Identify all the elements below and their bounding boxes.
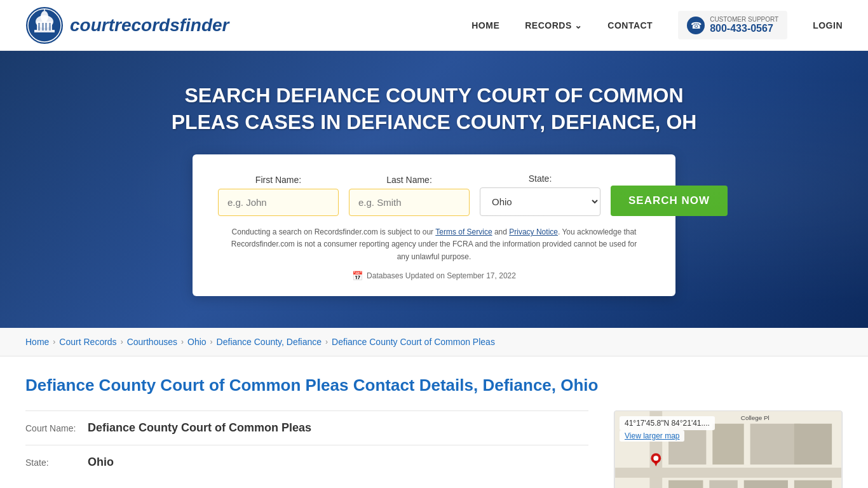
svg-rect-20: [744, 480, 788, 488]
logo-text: courtrecordsfinder: [70, 15, 229, 36]
map-panel: College Pl 41°17'45.8"N 84°21'41.... Vie…: [614, 410, 843, 488]
breadcrumb-courthouses[interactable]: Courthouses: [127, 337, 177, 347]
court-name-label: Court Name:: [25, 423, 83, 433]
svg-rect-7: [38, 23, 40, 30]
info-panel: Court Name: Defiance County Court of Com…: [25, 410, 588, 488]
state-label: State:: [480, 173, 600, 184]
content-grid: Court Name: Defiance County Court of Com…: [25, 410, 843, 488]
support-area[interactable]: ☎ CUSTOMER SUPPORT 800-433-0567: [678, 11, 787, 39]
svg-rect-9: [45, 23, 47, 30]
breadcrumb-sep-3: ›: [181, 337, 184, 346]
nav-records[interactable]: RECORDS ⌄: [525, 20, 582, 30]
map-coords: 41°17'45.8"N 84°21'41....: [620, 416, 715, 430]
first-name-group: First Name:: [218, 175, 339, 216]
main-nav: HOME RECORDS ⌄ CONTACT ☎ CUSTOMER SUPPOR…: [471, 11, 843, 39]
svg-rect-14: [615, 468, 841, 478]
breadcrumb-sep-1: ›: [53, 337, 55, 346]
svg-point-5: [41, 11, 48, 22]
chevron-down-icon: ⌄: [574, 20, 583, 30]
site-header: courtrecordsfinder HOME RECORDS ⌄ CONTAC…: [0, 0, 868, 51]
support-label: CUSTOMER SUPPORT: [710, 16, 778, 23]
db-updated: 📅 Databases Updated on September 17, 202…: [218, 271, 650, 281]
svg-point-26: [653, 456, 658, 461]
nav-contact[interactable]: CONTACT: [607, 20, 653, 30]
svg-rect-17: [750, 424, 801, 464]
support-phone: 800-433-0567: [710, 23, 778, 34]
court-name-row: Court Name: Defiance County Court of Com…: [25, 410, 588, 445]
svg-rect-8: [42, 23, 44, 30]
state-select[interactable]: Ohio Alabama Alaska Arizona California C…: [480, 187, 600, 216]
last-name-input[interactable]: [349, 189, 470, 216]
nav-home[interactable]: HOME: [471, 20, 499, 30]
svg-rect-18: [668, 480, 703, 488]
svg-rect-10: [49, 23, 51, 30]
logo-link[interactable]: courtrecordsfinder: [25, 6, 229, 44]
svg-rect-16: [712, 424, 743, 464]
state-row: State: Ohio: [25, 445, 588, 479]
main-content: Defiance County Court of Common Pleas Co…: [0, 356, 868, 488]
nav-login[interactable]: LOGIN: [813, 20, 843, 30]
map-view-larger[interactable]: View larger map: [620, 430, 684, 442]
last-name-group: Last Name:: [349, 175, 470, 216]
search-fields: First Name: Last Name: State: Ohio Alaba…: [218, 173, 650, 216]
logo-icon: [25, 6, 64, 44]
first-name-input[interactable]: [218, 189, 339, 216]
headphone-icon: ☎: [687, 17, 705, 34]
state-info-value: Ohio: [88, 456, 114, 469]
svg-rect-22: [794, 424, 832, 464]
hero-title: SEARCH DEFIANCE COUNTY COURT OF COMMON P…: [148, 83, 720, 135]
terms-text: Conducting a search on Recordsfinder.com…: [224, 226, 644, 263]
map-container: College Pl 41°17'45.8"N 84°21'41.... Vie…: [614, 410, 843, 488]
breadcrumb-current: Defiance County Court of Common Pleas: [332, 337, 495, 347]
privacy-notice-link[interactable]: Privacy Notice: [509, 227, 558, 236]
state-group: State: Ohio Alabama Alaska Arizona Calif…: [480, 173, 600, 216]
breadcrumb-ohio[interactable]: Ohio: [187, 337, 207, 347]
svg-rect-21: [794, 480, 832, 488]
last-name-label: Last Name:: [349, 175, 470, 185]
svg-rect-4: [34, 30, 55, 32]
calendar-icon: 📅: [352, 271, 363, 281]
search-button[interactable]: SEARCH NOW: [611, 186, 728, 216]
breadcrumb-sep-2: ›: [121, 337, 123, 346]
svg-text:College Pl: College Pl: [741, 414, 770, 421]
state-info-label: State:: [25, 458, 83, 468]
svg-rect-19: [709, 480, 738, 488]
breadcrumb-court-records[interactable]: Court Records: [59, 337, 116, 347]
breadcrumb: Home › Court Records › Courthouses › Ohi…: [0, 328, 868, 356]
breadcrumb-home[interactable]: Home: [25, 337, 49, 347]
section-title: Defiance County Court of Common Pleas Co…: [25, 376, 843, 395]
breadcrumb-sep-5: ›: [325, 337, 328, 346]
support-text: CUSTOMER SUPPORT 800-433-0567: [710, 16, 778, 34]
search-box: First Name: Last Name: State: Ohio Alaba…: [193, 154, 675, 296]
court-name-value: Defiance County Court of Common Pleas: [88, 421, 311, 435]
hero-section: SEARCH DEFIANCE COUNTY COURT OF COMMON P…: [0, 51, 868, 328]
first-name-label: First Name:: [218, 175, 339, 185]
breadcrumb-defiance-county[interactable]: Defiance County, Defiance: [217, 337, 322, 347]
terms-of-service-link[interactable]: Terms of Service: [435, 227, 492, 236]
breadcrumb-sep-4: ›: [210, 337, 213, 346]
